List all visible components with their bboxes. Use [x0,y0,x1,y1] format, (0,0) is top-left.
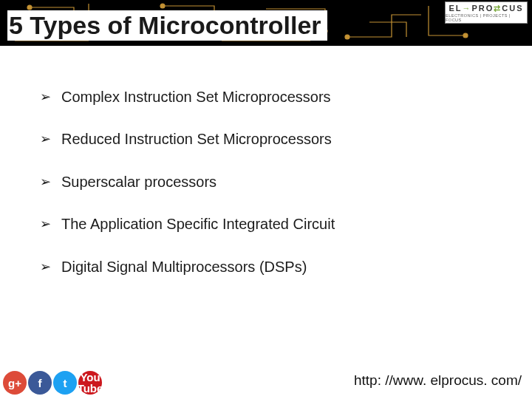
list-item-text: Digital Signal Multiprocessors (DSPs) [61,259,307,276]
bullet-icon: ➢ [40,216,51,233]
bullet-icon: ➢ [40,89,51,106]
logo-arrow-icon: → [462,4,471,13]
slide-title: 5 Types of Microcontroller [7,10,327,41]
list-item: ➢ Digital Signal Multiprocessors (DSPs) [40,259,502,276]
list-item: ➢ Reduced Instruction Set Microprocessor… [40,131,502,148]
twitter-icon[interactable]: t [53,371,77,395]
svg-point-0 [27,5,32,10]
logo-subtitle: ELECTRONICS | PROJECTS | FOCUS [446,13,527,22]
svg-point-2 [160,4,165,8]
google-plus-icon[interactable]: g+ [3,371,27,395]
footer-url: http: //www. elprocus. com/ [354,372,522,389]
bullet-icon: ➢ [40,131,51,148]
list-item-text: Complex Instruction Set Microprocessors [61,89,331,106]
youtube-icon[interactable]: You Tube [78,371,102,395]
brand-logo: EL→PRO⇄CUS ELECTRONICS | PROJECTS | FOCU… [445,1,528,24]
list-item: ➢ Complex Instruction Set Microprocessor… [40,89,502,106]
facebook-icon[interactable]: f [28,371,52,395]
logo-text-pro: PRO [471,4,494,13]
list-item: ➢ The Application Specific Integrated Ci… [40,216,502,233]
footer: g+ f t You Tube http: //www. elprocus. c… [0,362,532,399]
list-item-text: The Application Specific Integrated Circ… [61,216,335,233]
logo-text-cus: CUS [502,4,523,13]
list-item: ➢ Superscalar processors [40,174,502,191]
bullet-icon: ➢ [40,174,51,191]
list-item-text: Superscalar processors [61,174,216,191]
bullet-list: ➢ Complex Instruction Set Microprocessor… [40,89,502,301]
social-icons: g+ f t You Tube [3,371,102,395]
bullet-icon: ➢ [40,259,51,276]
svg-point-5 [463,33,468,38]
logo-arrow-icon: ⇄ [494,4,502,13]
list-item-text: Reduced Instruction Set Microprocessors [61,131,332,148]
svg-point-4 [345,35,349,39]
logo-text-el: EL [449,4,462,13]
